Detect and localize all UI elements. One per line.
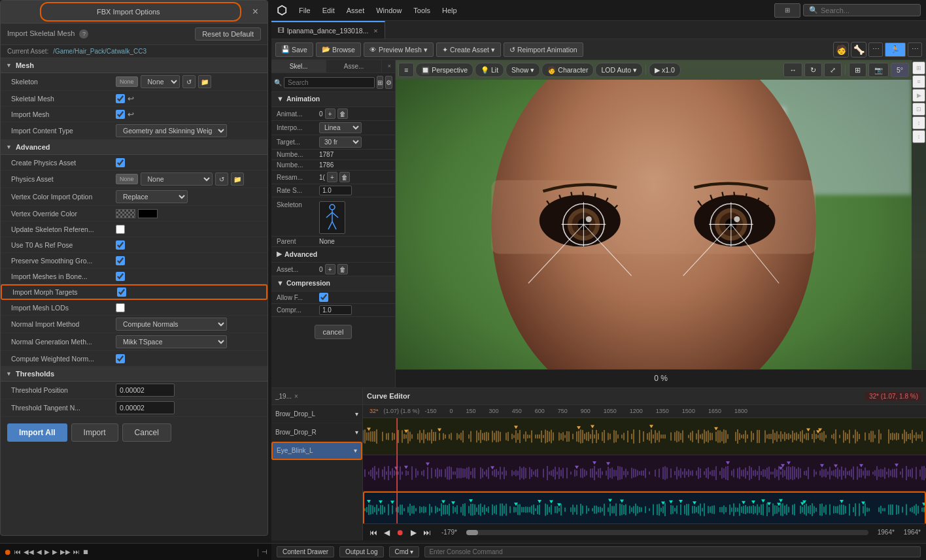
- character-btn[interactable]: 🧑 Character: [541, 63, 594, 77]
- help-icon[interactable]: ?: [79, 29, 88, 39]
- compression-header[interactable]: ▼ Compression: [277, 279, 390, 287]
- reset-to-default-button[interactable]: Reset to Default: [195, 27, 261, 41]
- reimport-animation-button[interactable]: ↺ Reimport Animation: [504, 42, 583, 57]
- vp-icon-5[interactable]: ↕: [912, 116, 925, 129]
- tl-play-btn[interactable]: ⏺: [395, 528, 405, 537]
- track-item-eye-blink-l[interactable]: Eye_Blink_L ▾: [271, 442, 362, 460]
- menu-file[interactable]: File: [294, 4, 316, 17]
- fbx-close-button[interactable]: ×: [250, 6, 261, 18]
- anim-target-dropdown[interactable]: 30 fr: [319, 137, 362, 148]
- toolbar-dots-btn[interactable]: ⋯: [908, 42, 922, 57]
- vertex-color-dropdown[interactable]: Replace: [116, 190, 188, 203]
- cancel-button[interactable]: Cancel: [122, 423, 171, 442]
- menu-asset[interactable]: Asset: [341, 4, 370, 17]
- perspective-btn[interactable]: 🔲 Perspective: [415, 63, 473, 77]
- normal-import-dropdown[interactable]: Compute Normals: [116, 318, 227, 331]
- import-mesh-checkbox[interactable]: [116, 110, 125, 119]
- advanced-section-header[interactable]: ▼ Advanced: [1, 140, 267, 155]
- tab-close-icon[interactable]: ×: [373, 27, 377, 35]
- update-skeleton-checkbox[interactable]: [116, 225, 125, 234]
- main-viewport[interactable]: ≡ 🔲 Perspective 💡 Lit Show ▾ 🧑: [396, 60, 926, 387]
- use-t0-checkbox[interactable]: [116, 240, 125, 250]
- menu-help[interactable]: Help: [437, 4, 462, 17]
- advanced-anim-header[interactable]: ▶ Advanced: [277, 250, 390, 258]
- taskbar-stop-btn[interactable]: ⏹: [82, 548, 89, 555]
- vp-icon-1[interactable]: ⊞: [912, 61, 925, 74]
- menu-edit[interactable]: Edit: [317, 4, 340, 17]
- import-all-button[interactable]: Import All: [7, 423, 67, 442]
- timeline-scrubber[interactable]: [466, 530, 868, 535]
- import-meshes-bone-checkbox[interactable]: [116, 272, 125, 281]
- anim-tab-close-btn[interactable]: ×: [384, 60, 395, 73]
- tl-back-btn[interactable]: ⏮: [368, 528, 379, 537]
- anim-grid-btn[interactable]: ⊞: [377, 76, 383, 89]
- mesh-section-header[interactable]: ▼ Mesh: [1, 58, 267, 73]
- asset-del-btn[interactable]: 🗑: [337, 264, 348, 274]
- show-btn[interactable]: Show ▾: [506, 63, 540, 77]
- tl-end-btn[interactable]: ⏭: [422, 528, 432, 537]
- save-button[interactable]: 💾 Save: [275, 42, 313, 57]
- create-physics-checkbox[interactable]: [116, 158, 125, 167]
- vp-scale-btn[interactable]: ⤢: [824, 63, 842, 77]
- vp-grid-btn[interactable]: ⊞: [849, 63, 866, 77]
- threshold-tan-input[interactable]: [116, 401, 175, 414]
- checkerboard-swatch[interactable]: [116, 209, 135, 218]
- physics-browse-icon[interactable]: 📁: [231, 173, 244, 186]
- output-log-btn[interactable]: Output Log: [339, 546, 383, 557]
- track-item-brow-drop-l[interactable]: Brow_Drop_L ▾: [271, 405, 362, 423]
- console-command-input[interactable]: [424, 546, 921, 557]
- compute-weighted-checkbox[interactable]: [116, 354, 125, 363]
- tl-prev-btn[interactable]: ◀: [383, 528, 391, 537]
- anim-rate-input[interactable]: [319, 186, 352, 195]
- content-drawer-btn[interactable]: Content Drawer: [277, 546, 334, 557]
- skeleton-reset-icon[interactable]: ↺: [182, 75, 196, 88]
- import-content-dropdown[interactable]: Geometry and Skinning Weights..: [116, 124, 227, 137]
- taskbar-step-fwd-btn[interactable]: ▶: [52, 548, 58, 555]
- menu-window[interactable]: Window: [371, 4, 407, 17]
- toolbar-more-btn[interactable]: ⋯: [868, 42, 883, 57]
- anim-search-input[interactable]: [284, 77, 375, 88]
- preserve-smoothing-checkbox[interactable]: [116, 256, 125, 265]
- lod-auto-btn[interactable]: LOD Auto ▾: [595, 63, 643, 77]
- speed-btn[interactable]: ▶ x1.0: [649, 63, 681, 77]
- taskbar-end-btn[interactable]: ⏭: [73, 548, 80, 555]
- vp-move-btn[interactable]: ↔: [783, 63, 802, 77]
- vp-camera-btn[interactable]: 📷: [868, 63, 889, 77]
- physics-asset-dropdown[interactable]: None: [141, 173, 213, 186]
- skeleton-icon[interactable]: 🦴: [851, 42, 866, 58]
- threshold-pos-input[interactable]: [116, 384, 175, 397]
- anim-del-btn[interactable]: 🗑: [337, 108, 348, 119]
- vp-icon-4[interactable]: ⊡: [912, 103, 925, 116]
- anim-tab-asse[interactable]: Asse...: [326, 60, 381, 73]
- editor-tab-active[interactable]: 🎞 lpanama_dance_193018... ×: [271, 21, 385, 39]
- physics-reset-icon[interactable]: ↺: [215, 173, 228, 186]
- toolbar-widget-1[interactable]: ⊞: [774, 3, 800, 18]
- taskbar-play-btn[interactable]: ▶: [44, 548, 50, 555]
- avatar-icon[interactable]: 🧑: [833, 42, 849, 58]
- anim-add-btn[interactable]: +: [325, 108, 335, 119]
- create-asset-button[interactable]: ✦ Create Asset ▾: [436, 42, 501, 57]
- taskbar-prev-btn[interactable]: ◀◀: [24, 548, 34, 555]
- anim-allow-checkbox[interactable]: [319, 293, 328, 302]
- track-item-brow-drop-r[interactable]: Brow_Drop_R ▾: [271, 423, 362, 442]
- preview-mesh-button[interactable]: 👁 Preview Mesh ▾: [364, 42, 434, 57]
- import-mesh-undo[interactable]: ↩: [128, 110, 134, 119]
- vp-icon-6[interactable]: ↕: [912, 130, 925, 143]
- search-input[interactable]: [821, 7, 899, 14]
- vp-zoom-btn[interactable]: 5°: [891, 63, 909, 77]
- cmd-btn[interactable]: Cmd ▾: [389, 546, 420, 557]
- anim-tab-skel[interactable]: Skel...: [271, 60, 326, 73]
- viewport-menu-btn[interactable]: ≡: [398, 63, 414, 77]
- import-mesh-lod-checkbox[interactable]: [116, 303, 125, 312]
- resample-del-btn[interactable]: 🗑: [339, 172, 350, 182]
- asset-add-btn[interactable]: +: [325, 264, 335, 274]
- import-morph-checkbox[interactable]: [117, 288, 126, 297]
- taskbar-back-btn[interactable]: ⏮: [14, 548, 21, 555]
- toolbar-blue-btn[interactable]: 🏃: [885, 42, 906, 57]
- taskbar-step-back-btn[interactable]: ◀: [37, 548, 42, 555]
- animation-section-header[interactable]: ▼ Animation: [277, 95, 390, 103]
- tl-fwd-btn[interactable]: ▶: [409, 528, 418, 537]
- resample-add-btn[interactable]: +: [327, 172, 337, 182]
- skeletal-mesh-checkbox[interactable]: [116, 94, 125, 103]
- taskbar-end-btn2[interactable]: ⊣: [262, 548, 267, 555]
